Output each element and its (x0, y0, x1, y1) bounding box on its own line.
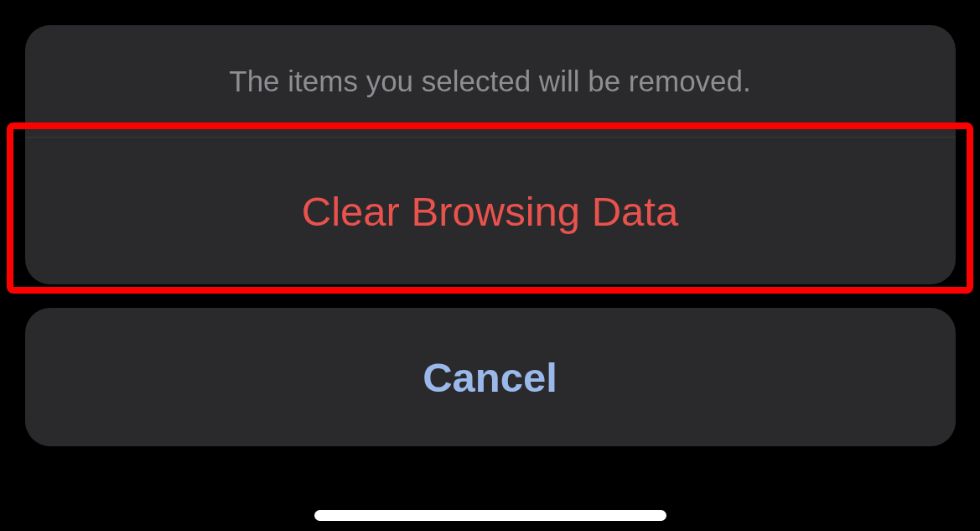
action-sheet-message: The items you selected will be removed. (25, 25, 956, 138)
home-indicator[interactable] (314, 510, 666, 521)
destructive-action-label: Clear Browsing Data (302, 188, 678, 235)
clear-browsing-data-button[interactable]: Clear Browsing Data (25, 138, 956, 284)
action-sheet-main-group: The items you selected will be removed. … (25, 25, 956, 284)
action-sheet-cancel-group: Cancel (25, 308, 956, 446)
message-text: The items you selected will be removed. (229, 65, 751, 98)
cancel-action-label: Cancel (423, 354, 557, 401)
cancel-button[interactable]: Cancel (25, 308, 956, 446)
